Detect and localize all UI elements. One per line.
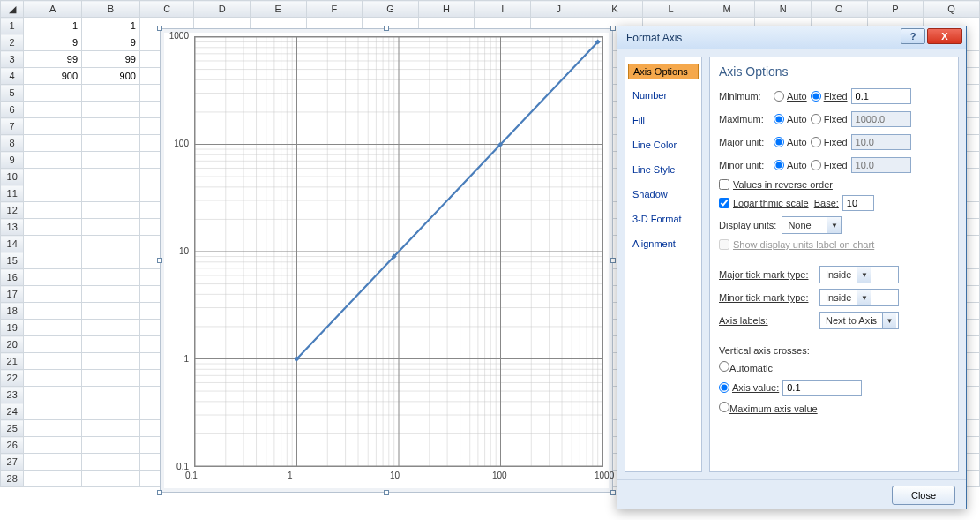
sidebar-item[interactable]: Line Color bbox=[625, 137, 701, 153]
close-window-button[interactable]: X bbox=[927, 28, 962, 44]
minimum-input[interactable] bbox=[851, 88, 911, 104]
chart-handle[interactable] bbox=[610, 26, 616, 31]
column-header[interactable]: M bbox=[699, 1, 755, 18]
chart-object[interactable]: 0.11101001000 0.11101001000 bbox=[160, 28, 613, 493]
row-header[interactable]: 13 bbox=[1, 219, 24, 236]
row-header[interactable]: 6 bbox=[1, 102, 24, 118]
row-header[interactable]: 28 bbox=[1, 471, 24, 487]
cell[interactable] bbox=[24, 403, 82, 420]
major-tick-dropdown[interactable]: Inside▼ bbox=[819, 266, 899, 283]
column-header[interactable]: Q bbox=[924, 1, 980, 18]
log-base-input[interactable] bbox=[842, 195, 874, 211]
row-header[interactable]: 4 bbox=[1, 68, 24, 85]
row-header[interactable]: 17 bbox=[1, 286, 24, 303]
cell[interactable] bbox=[82, 286, 140, 303]
row-header[interactable]: 9 bbox=[1, 152, 24, 169]
cell[interactable]: 900 bbox=[24, 68, 82, 85]
row-header[interactable]: 20 bbox=[1, 336, 24, 353]
cell[interactable] bbox=[82, 420, 140, 437]
cell[interactable] bbox=[82, 236, 140, 252]
cell[interactable] bbox=[82, 454, 140, 471]
row-header[interactable]: 23 bbox=[1, 387, 24, 403]
column-header[interactable]: G bbox=[363, 1, 419, 18]
cell[interactable] bbox=[82, 202, 140, 219]
row-header[interactable]: 14 bbox=[1, 236, 24, 252]
sidebar-item[interactable]: Axis Options bbox=[628, 64, 699, 79]
cell[interactable] bbox=[24, 336, 82, 353]
close-button[interactable]: Close bbox=[892, 486, 955, 505]
reverse-order-checkbox[interactable]: Values in reverse order bbox=[719, 179, 949, 190]
column-header[interactable]: E bbox=[250, 1, 306, 18]
cell[interactable] bbox=[24, 370, 82, 387]
minor-tick-dropdown[interactable]: Inside▼ bbox=[819, 289, 899, 306]
minimum-auto-radio[interactable]: Auto bbox=[774, 91, 807, 102]
row-header[interactable]: 26 bbox=[1, 437, 24, 454]
cell[interactable] bbox=[82, 135, 140, 152]
row-header[interactable]: 25 bbox=[1, 420, 24, 437]
cell[interactable] bbox=[24, 152, 82, 169]
cell[interactable] bbox=[24, 437, 82, 454]
chart-handle[interactable] bbox=[157, 490, 162, 495]
sidebar-item[interactable]: Line Style bbox=[625, 162, 701, 177]
cell[interactable]: 99 bbox=[82, 51, 140, 68]
sidebar-item[interactable]: 3-D Format bbox=[625, 211, 701, 227]
row-header[interactable]: 3 bbox=[1, 51, 24, 68]
sidebar-item[interactable]: Fill bbox=[625, 112, 701, 128]
major-unit-input[interactable] bbox=[851, 134, 911, 150]
chart-handle[interactable] bbox=[384, 26, 389, 31]
cell[interactable] bbox=[82, 252, 140, 269]
cell[interactable] bbox=[82, 219, 140, 236]
sidebar-item[interactable]: Number bbox=[625, 87, 701, 103]
help-button[interactable]: ? bbox=[901, 28, 925, 44]
column-header[interactable]: C bbox=[139, 1, 193, 18]
sidebar-item[interactable]: Shadow bbox=[625, 186, 701, 202]
cell[interactable] bbox=[82, 336, 140, 353]
row-header[interactable]: 8 bbox=[1, 135, 24, 152]
cell[interactable] bbox=[82, 85, 140, 102]
column-header[interactable]: A bbox=[24, 1, 82, 18]
cross-automatic-radio[interactable]: Automatic bbox=[719, 361, 949, 373]
row-header[interactable]: 16 bbox=[1, 269, 24, 286]
row-header[interactable]: 5 bbox=[1, 85, 24, 102]
minimum-fixed-radio[interactable]: Fixed bbox=[811, 91, 848, 102]
cell[interactable] bbox=[82, 118, 140, 135]
cell[interactable]: 900 bbox=[82, 68, 140, 85]
axis-labels-dropdown[interactable]: Next to Axis▼ bbox=[819, 312, 899, 329]
cell[interactable] bbox=[82, 437, 140, 454]
cell[interactable] bbox=[24, 471, 82, 487]
plot-area[interactable] bbox=[194, 36, 603, 467]
minor-unit-input[interactable] bbox=[851, 157, 911, 173]
cell[interactable] bbox=[82, 387, 140, 403]
cell[interactable] bbox=[24, 135, 82, 152]
cell[interactable] bbox=[24, 85, 82, 102]
cell[interactable] bbox=[82, 185, 140, 202]
cell[interactable] bbox=[82, 269, 140, 286]
column-header[interactable]: L bbox=[643, 1, 699, 18]
column-header[interactable]: O bbox=[812, 1, 868, 18]
column-header[interactable]: K bbox=[587, 1, 643, 18]
cell[interactable] bbox=[24, 118, 82, 135]
row-header[interactable]: 27 bbox=[1, 454, 24, 471]
column-header[interactable]: B bbox=[82, 1, 140, 18]
cell[interactable] bbox=[24, 169, 82, 185]
cell[interactable] bbox=[24, 202, 82, 219]
column-header[interactable]: J bbox=[530, 1, 587, 18]
display-units-dropdown[interactable]: None▼ bbox=[782, 216, 842, 234]
cell[interactable] bbox=[24, 102, 82, 118]
chart-handle[interactable] bbox=[157, 258, 162, 263]
major-fixed-radio[interactable]: Fixed bbox=[811, 137, 848, 147]
cell[interactable] bbox=[24, 219, 82, 236]
cell[interactable] bbox=[82, 152, 140, 169]
cell[interactable] bbox=[24, 320, 82, 336]
column-header[interactable]: D bbox=[194, 1, 251, 18]
cell[interactable]: 1 bbox=[24, 18, 82, 34]
row-header[interactable]: 12 bbox=[1, 202, 24, 219]
cell[interactable] bbox=[24, 269, 82, 286]
log-scale-checkbox[interactable]: Logarithmic scale Base: bbox=[719, 195, 949, 211]
row-header[interactable]: 19 bbox=[1, 320, 24, 336]
cell[interactable] bbox=[24, 303, 82, 320]
minor-fixed-radio[interactable]: Fixed bbox=[811, 160, 848, 170]
sidebar-item[interactable]: Alignment bbox=[625, 236, 701, 252]
maximum-input[interactable] bbox=[851, 111, 911, 127]
cross-axis-value-input[interactable] bbox=[782, 380, 862, 396]
